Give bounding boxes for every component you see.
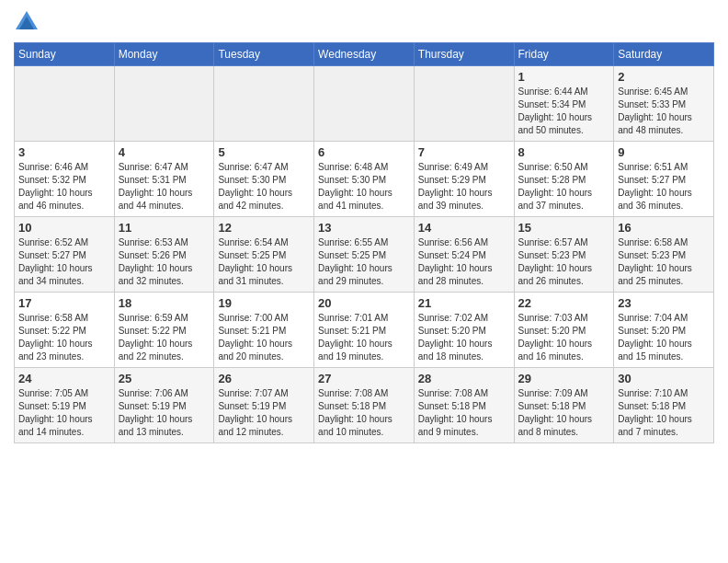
day-info: Sunrise: 7:04 AM Sunset: 5:20 PM Dayligh… bbox=[618, 312, 710, 363]
calendar-cell: 20Sunrise: 7:01 AM Sunset: 5:21 PM Dayli… bbox=[314, 293, 415, 368]
day-number: 3 bbox=[18, 145, 110, 159]
calendar-cell bbox=[214, 66, 314, 142]
day-info: Sunrise: 6:44 AM Sunset: 5:34 PM Dayligh… bbox=[518, 86, 610, 137]
calendar-cell: 26Sunrise: 7:07 AM Sunset: 5:19 PM Dayli… bbox=[214, 368, 314, 443]
day-info: Sunrise: 6:52 AM Sunset: 5:27 PM Dayligh… bbox=[18, 236, 110, 288]
day-number: 16 bbox=[618, 221, 710, 235]
day-info: Sunrise: 7:05 AM Sunset: 5:19 PM Dayligh… bbox=[18, 387, 110, 439]
calendar-week-row: 1Sunrise: 6:44 AM Sunset: 5:34 PM Daylig… bbox=[15, 66, 714, 142]
day-info: Sunrise: 6:56 AM Sunset: 5:24 PM Dayligh… bbox=[418, 236, 510, 288]
day-number: 7 bbox=[418, 145, 510, 159]
day-number: 11 bbox=[119, 221, 210, 235]
day-number: 21 bbox=[418, 296, 510, 310]
calendar-cell: 8Sunrise: 6:50 AM Sunset: 5:28 PM Daylig… bbox=[514, 142, 614, 217]
calendar-header-row: SundayMondayTuesdayWednesdayThursdayFrid… bbox=[15, 43, 714, 66]
calendar-cell bbox=[314, 66, 415, 142]
calendar-cell: 9Sunrise: 6:51 AM Sunset: 5:27 PM Daylig… bbox=[614, 142, 714, 217]
day-number: 30 bbox=[618, 372, 710, 385]
day-number: 12 bbox=[218, 221, 310, 235]
weekday-header-thursday: Thursday bbox=[414, 43, 514, 66]
logo-icon bbox=[14, 9, 40, 35]
day-info: Sunrise: 7:10 AM Sunset: 5:18 PM Dayligh… bbox=[618, 387, 710, 439]
day-info: Sunrise: 6:53 AM Sunset: 5:26 PM Dayligh… bbox=[119, 236, 210, 288]
day-info: Sunrise: 6:48 AM Sunset: 5:30 PM Dayligh… bbox=[318, 161, 410, 213]
day-info: Sunrise: 6:47 AM Sunset: 5:30 PM Dayligh… bbox=[218, 161, 310, 213]
day-info: Sunrise: 6:47 AM Sunset: 5:31 PM Dayligh… bbox=[119, 161, 210, 213]
weekday-header-wednesday: Wednesday bbox=[314, 43, 415, 66]
calendar-week-row: 10Sunrise: 6:52 AM Sunset: 5:27 PM Dayli… bbox=[15, 217, 714, 293]
day-info: Sunrise: 7:00 AM Sunset: 5:21 PM Dayligh… bbox=[218, 312, 310, 363]
day-info: Sunrise: 6:46 AM Sunset: 5:32 PM Dayligh… bbox=[18, 161, 110, 213]
day-number: 23 bbox=[618, 296, 710, 310]
day-number: 19 bbox=[218, 296, 310, 310]
day-info: Sunrise: 7:08 AM Sunset: 5:18 PM Dayligh… bbox=[418, 387, 510, 439]
day-info: Sunrise: 6:58 AM Sunset: 5:23 PM Dayligh… bbox=[618, 236, 710, 288]
day-number: 25 bbox=[119, 372, 210, 385]
day-number: 15 bbox=[518, 221, 610, 235]
day-info: Sunrise: 6:55 AM Sunset: 5:25 PM Dayligh… bbox=[318, 236, 410, 288]
day-info: Sunrise: 6:51 AM Sunset: 5:27 PM Dayligh… bbox=[618, 161, 710, 213]
day-number: 27 bbox=[318, 372, 410, 385]
day-number: 2 bbox=[618, 70, 710, 84]
header bbox=[14, 9, 714, 35]
day-info: Sunrise: 6:54 AM Sunset: 5:25 PM Dayligh… bbox=[218, 236, 310, 288]
calendar-body: 1Sunrise: 6:44 AM Sunset: 5:34 PM Daylig… bbox=[15, 66, 714, 443]
calendar-cell: 25Sunrise: 7:06 AM Sunset: 5:19 PM Dayli… bbox=[114, 368, 214, 443]
day-number: 17 bbox=[18, 296, 110, 310]
day-info: Sunrise: 7:02 AM Sunset: 5:20 PM Dayligh… bbox=[418, 312, 510, 363]
calendar-cell: 24Sunrise: 7:05 AM Sunset: 5:19 PM Dayli… bbox=[15, 368, 115, 443]
calendar-cell: 10Sunrise: 6:52 AM Sunset: 5:27 PM Dayli… bbox=[15, 217, 115, 293]
day-number: 26 bbox=[218, 372, 310, 385]
day-info: Sunrise: 7:09 AM Sunset: 5:18 PM Dayligh… bbox=[518, 387, 610, 439]
calendar-cell: 3Sunrise: 6:46 AM Sunset: 5:32 PM Daylig… bbox=[15, 142, 115, 217]
day-info: Sunrise: 7:03 AM Sunset: 5:20 PM Dayligh… bbox=[518, 312, 610, 363]
day-info: Sunrise: 7:01 AM Sunset: 5:21 PM Dayligh… bbox=[318, 312, 410, 363]
calendar-cell: 13Sunrise: 6:55 AM Sunset: 5:25 PM Dayli… bbox=[314, 217, 415, 293]
day-number: 20 bbox=[318, 296, 410, 310]
calendar-cell: 11Sunrise: 6:53 AM Sunset: 5:26 PM Dayli… bbox=[114, 217, 214, 293]
calendar-cell: 7Sunrise: 6:49 AM Sunset: 5:29 PM Daylig… bbox=[414, 142, 514, 217]
day-info: Sunrise: 6:50 AM Sunset: 5:28 PM Dayligh… bbox=[518, 161, 610, 213]
day-number: 10 bbox=[18, 221, 110, 235]
day-number: 1 bbox=[518, 70, 610, 84]
weekday-header-monday: Monday bbox=[114, 43, 214, 66]
day-number: 14 bbox=[418, 221, 510, 235]
calendar-cell: 16Sunrise: 6:58 AM Sunset: 5:23 PM Dayli… bbox=[614, 217, 714, 293]
calendar-cell bbox=[114, 66, 214, 142]
day-info: Sunrise: 7:06 AM Sunset: 5:19 PM Dayligh… bbox=[119, 387, 210, 439]
calendar-cell: 22Sunrise: 7:03 AM Sunset: 5:20 PM Dayli… bbox=[514, 293, 614, 368]
logo bbox=[14, 9, 43, 35]
day-number: 6 bbox=[318, 145, 410, 159]
calendar-cell: 12Sunrise: 6:54 AM Sunset: 5:25 PM Dayli… bbox=[214, 217, 314, 293]
calendar-cell: 15Sunrise: 6:57 AM Sunset: 5:23 PM Dayli… bbox=[514, 217, 614, 293]
day-number: 22 bbox=[518, 296, 610, 310]
day-number: 28 bbox=[418, 372, 510, 385]
calendar-cell bbox=[414, 66, 514, 142]
page-container: SundayMondayTuesdayWednesdayThursdayFrid… bbox=[0, 0, 728, 448]
calendar-cell bbox=[15, 66, 115, 142]
day-info: Sunrise: 6:58 AM Sunset: 5:22 PM Dayligh… bbox=[18, 312, 110, 363]
day-info: Sunrise: 6:45 AM Sunset: 5:33 PM Dayligh… bbox=[618, 86, 710, 137]
calendar-cell: 4Sunrise: 6:47 AM Sunset: 5:31 PM Daylig… bbox=[114, 142, 214, 217]
calendar-week-row: 17Sunrise: 6:58 AM Sunset: 5:22 PM Dayli… bbox=[15, 293, 714, 368]
day-number: 5 bbox=[218, 145, 310, 159]
calendar-cell: 2Sunrise: 6:45 AM Sunset: 5:33 PM Daylig… bbox=[614, 66, 714, 142]
calendar-cell: 29Sunrise: 7:09 AM Sunset: 5:18 PM Dayli… bbox=[514, 368, 614, 443]
calendar-cell: 19Sunrise: 7:00 AM Sunset: 5:21 PM Dayli… bbox=[214, 293, 314, 368]
day-info: Sunrise: 6:57 AM Sunset: 5:23 PM Dayligh… bbox=[518, 236, 610, 288]
weekday-header-tuesday: Tuesday bbox=[214, 43, 314, 66]
calendar-cell: 27Sunrise: 7:08 AM Sunset: 5:18 PM Dayli… bbox=[314, 368, 415, 443]
calendar-week-row: 3Sunrise: 6:46 AM Sunset: 5:32 PM Daylig… bbox=[15, 142, 714, 217]
day-number: 24 bbox=[18, 372, 110, 385]
weekday-header-sunday: Sunday bbox=[15, 43, 115, 66]
day-number: 9 bbox=[618, 145, 710, 159]
day-info: Sunrise: 6:49 AM Sunset: 5:29 PM Dayligh… bbox=[418, 161, 510, 213]
day-number: 8 bbox=[518, 145, 610, 159]
calendar-cell: 5Sunrise: 6:47 AM Sunset: 5:30 PM Daylig… bbox=[214, 142, 314, 217]
weekday-header-friday: Friday bbox=[514, 43, 614, 66]
calendar-week-row: 24Sunrise: 7:05 AM Sunset: 5:19 PM Dayli… bbox=[15, 368, 714, 443]
calendar-cell: 23Sunrise: 7:04 AM Sunset: 5:20 PM Dayli… bbox=[614, 293, 714, 368]
calendar-cell: 30Sunrise: 7:10 AM Sunset: 5:18 PM Dayli… bbox=[614, 368, 714, 443]
day-info: Sunrise: 7:08 AM Sunset: 5:18 PM Dayligh… bbox=[318, 387, 410, 439]
calendar-cell: 28Sunrise: 7:08 AM Sunset: 5:18 PM Dayli… bbox=[414, 368, 514, 443]
